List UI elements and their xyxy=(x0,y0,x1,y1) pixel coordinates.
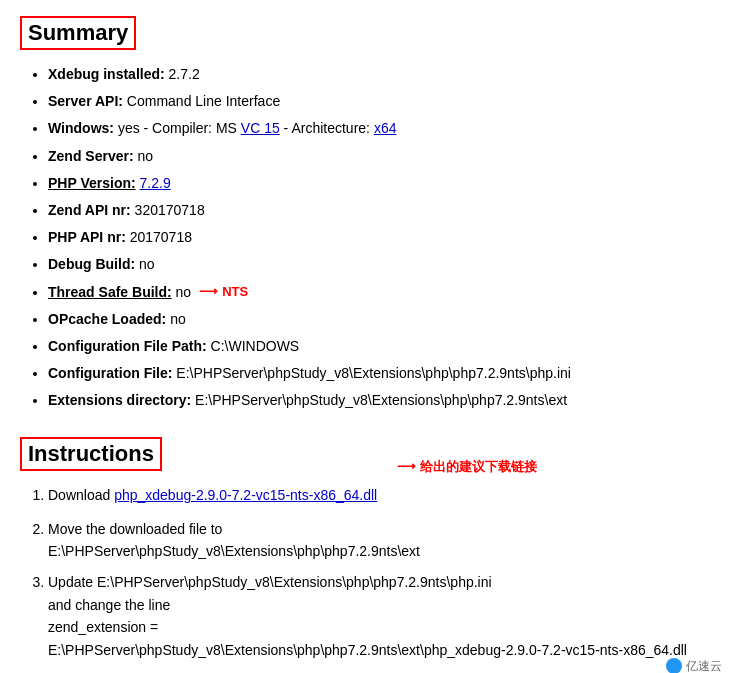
item-value: yes - Compiler: MS xyxy=(118,120,241,136)
step3-text: Update E:\PHPServer\phpStudy_v8\Extensio… xyxy=(48,571,712,661)
list-item: PHP Version: 7.2.9 xyxy=(48,171,712,196)
item-label: PHP Version: xyxy=(48,175,136,191)
instructions-title: Instructions xyxy=(20,437,162,471)
item-label: Debug Build: xyxy=(48,256,135,272)
item-value: C:\WINDOWS xyxy=(211,338,300,354)
php-version-link[interactable]: 7.2.9 xyxy=(140,175,171,191)
list-item-thread-safe: Thread Safe Build: no ⟶ NTS xyxy=(48,280,712,305)
item-label: Configuration File: xyxy=(48,365,172,381)
item-label: OPcache Loaded: xyxy=(48,311,166,327)
item-value: no xyxy=(172,280,191,305)
item-label: Configuration File Path: xyxy=(48,338,207,354)
item-label: PHP API nr: xyxy=(48,229,126,245)
list-item: Zend Server: no xyxy=(48,144,712,169)
list-item: Xdebug installed: 2.7.2 xyxy=(48,62,712,87)
nts-label: NTS xyxy=(222,280,248,303)
nts-annotation: ⟶ NTS xyxy=(199,280,248,303)
list-item: Configuration File: E:\PHPServer\phpStud… xyxy=(48,361,712,386)
item-value: 20170718 xyxy=(130,229,192,245)
item-label: Thread Safe Build: xyxy=(48,280,172,305)
item-value: no xyxy=(139,256,155,272)
item-value: E:\PHPServer\phpStudy_v8\Extensions\php\… xyxy=(176,365,571,381)
instructions-section: Instructions Download php_xdebug-2.9.0-7… xyxy=(20,437,712,661)
x64-link[interactable]: x64 xyxy=(374,120,397,136)
vc15-link[interactable]: VC 15 xyxy=(241,120,280,136)
instructions-list: Download php_xdebug-2.9.0-7.2-vc15-nts-x… xyxy=(20,483,712,661)
watermark: 亿速云 xyxy=(666,658,722,673)
arrow-icon: ⟶ xyxy=(199,280,218,303)
list-item: OPcache Loaded: no xyxy=(48,307,712,332)
item-label: Zend Server: xyxy=(48,148,134,164)
annotation-text: 给出的建议下载链接 xyxy=(420,455,537,478)
item-value: 320170718 xyxy=(135,202,205,218)
list-item: PHP API nr: 20170718 xyxy=(48,225,712,250)
list-item: Windows: yes - Compiler: MS VC 15 - Arch… xyxy=(48,116,712,141)
step-1: Download php_xdebug-2.9.0-7.2-vc15-nts-x… xyxy=(48,483,712,508)
arrow-icon: ⟶ xyxy=(397,455,416,478)
item-value: no xyxy=(137,148,153,164)
summary-section: Summary Xdebug installed: 2.7.2 Server A… xyxy=(20,16,712,413)
watermark-icon xyxy=(666,658,682,673)
item-label: Server API: xyxy=(48,93,123,109)
list-item: Zend API nr: 320170718 xyxy=(48,198,712,223)
step-3: Update E:\PHPServer\phpStudy_v8\Extensio… xyxy=(48,570,712,661)
summary-list: Xdebug installed: 2.7.2 Server API: Comm… xyxy=(20,62,712,413)
item-value: no xyxy=(170,311,186,327)
item-label: Zend API nr: xyxy=(48,202,131,218)
item-value: E:\PHPServer\phpStudy_v8\Extensions\php\… xyxy=(195,392,567,408)
summary-title: Summary xyxy=(20,16,136,50)
step-2: Move the downloaded file to E:\PHPServer… xyxy=(48,517,712,563)
step2-path: E:\PHPServer\phpStudy_v8\Extensions\php\… xyxy=(48,543,420,559)
item-label: Extensions directory: xyxy=(48,392,191,408)
step1-prefix: Download xyxy=(48,487,114,503)
download-annotation: ⟶ 给出的建议下载链接 xyxy=(397,455,537,478)
download-link-container: php_xdebug-2.9.0-7.2-vc15-nts-x86_64.dll… xyxy=(114,483,377,508)
item-label: Xdebug installed: xyxy=(48,66,165,82)
item-value: 2.7.2 xyxy=(169,66,200,82)
list-item: Extensions directory: E:\PHPServer\phpSt… xyxy=(48,388,712,413)
download-link[interactable]: php_xdebug-2.9.0-7.2-vc15-nts-x86_64.dll xyxy=(114,487,377,503)
item-value: - Architecture: xyxy=(280,120,374,136)
watermark-text: 亿速云 xyxy=(686,658,722,673)
item-value: Command Line Interface xyxy=(127,93,280,109)
list-item: Debug Build: no xyxy=(48,252,712,277)
step2-text: Move the downloaded file to E:\PHPServer… xyxy=(48,518,712,563)
list-item: Configuration File Path: C:\WINDOWS xyxy=(48,334,712,359)
item-label: Windows: xyxy=(48,120,114,136)
list-item: Server API: Command Line Interface xyxy=(48,89,712,114)
